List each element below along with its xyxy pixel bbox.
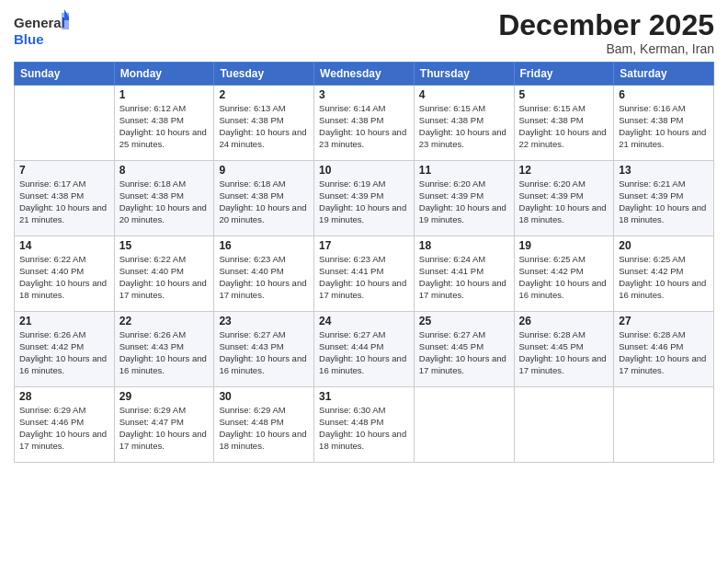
weekday-header-thursday: Thursday bbox=[414, 63, 514, 86]
day-info: Sunrise: 6:23 AM Sunset: 4:40 PM Dayligh… bbox=[219, 254, 309, 301]
calendar-cell: 29 Sunrise: 6:29 AM Sunset: 4:47 PM Dayl… bbox=[114, 387, 214, 463]
calendar-cell: 23 Sunrise: 6:27 AM Sunset: 4:43 PM Dayl… bbox=[214, 312, 314, 387]
day-number: 23 bbox=[219, 315, 309, 327]
day-number: 19 bbox=[519, 239, 609, 252]
calendar-cell: 25 Sunrise: 6:27 AM Sunset: 4:45 PM Dayl… bbox=[414, 312, 514, 387]
day-info: Sunrise: 6:27 AM Sunset: 4:44 PM Dayligh… bbox=[319, 329, 409, 376]
day-info: Sunrise: 6:29 AM Sunset: 4:46 PM Dayligh… bbox=[19, 405, 109, 452]
calendar-cell: 4 Sunrise: 6:15 AM Sunset: 4:38 PM Dayli… bbox=[414, 86, 514, 161]
weekday-header-wednesday: Wednesday bbox=[314, 63, 415, 86]
calendar-cell bbox=[15, 86, 115, 161]
day-number: 10 bbox=[319, 164, 409, 177]
calendar-cell: 3 Sunrise: 6:14 AM Sunset: 4:38 PM Dayli… bbox=[314, 86, 415, 161]
calendar-cell: 2 Sunrise: 6:13 AM Sunset: 4:38 PM Dayli… bbox=[214, 86, 314, 161]
day-number: 1 bbox=[119, 88, 210, 101]
day-info: Sunrise: 6:30 AM Sunset: 4:48 PM Dayligh… bbox=[319, 405, 409, 452]
weekday-header-saturday: Saturday bbox=[614, 63, 714, 86]
logo-svg: General Blue bbox=[14, 9, 69, 50]
day-info: Sunrise: 6:12 AM Sunset: 4:38 PM Dayligh… bbox=[119, 103, 210, 150]
day-info: Sunrise: 6:27 AM Sunset: 4:45 PM Dayligh… bbox=[419, 329, 509, 376]
calendar-cell bbox=[414, 387, 514, 463]
day-info: Sunrise: 6:14 AM Sunset: 4:38 PM Dayligh… bbox=[319, 103, 409, 150]
calendar-cell: 31 Sunrise: 6:30 AM Sunset: 4:48 PM Dayl… bbox=[314, 387, 415, 463]
calendar-cell: 22 Sunrise: 6:26 AM Sunset: 4:43 PM Dayl… bbox=[114, 312, 214, 387]
day-number: 3 bbox=[319, 88, 409, 101]
day-info: Sunrise: 6:28 AM Sunset: 4:46 PM Dayligh… bbox=[619, 329, 709, 376]
day-info: Sunrise: 6:20 AM Sunset: 4:39 PM Dayligh… bbox=[519, 178, 609, 225]
calendar-cell: 13 Sunrise: 6:21 AM Sunset: 4:39 PM Dayl… bbox=[614, 161, 714, 236]
day-info: Sunrise: 6:18 AM Sunset: 4:38 PM Dayligh… bbox=[219, 178, 309, 225]
day-info: Sunrise: 6:17 AM Sunset: 4:38 PM Dayligh… bbox=[19, 178, 109, 225]
day-info: Sunrise: 6:15 AM Sunset: 4:38 PM Dayligh… bbox=[419, 103, 509, 150]
day-info: Sunrise: 6:26 AM Sunset: 4:43 PM Dayligh… bbox=[119, 329, 210, 376]
calendar-cell: 9 Sunrise: 6:18 AM Sunset: 4:38 PM Dayli… bbox=[214, 161, 314, 236]
day-number: 28 bbox=[19, 390, 109, 403]
day-number: 27 bbox=[619, 315, 709, 327]
day-info: Sunrise: 6:13 AM Sunset: 4:38 PM Dayligh… bbox=[219, 103, 309, 150]
calendar-cell: 10 Sunrise: 6:19 AM Sunset: 4:39 PM Dayl… bbox=[314, 161, 415, 236]
day-number: 16 bbox=[219, 239, 309, 252]
calendar-cell: 19 Sunrise: 6:25 AM Sunset: 4:42 PM Dayl… bbox=[514, 236, 614, 312]
day-info: Sunrise: 6:28 AM Sunset: 4:45 PM Dayligh… bbox=[519, 329, 609, 376]
title-block: December 2025 Bam, Kerman, Iran bbox=[498, 9, 714, 56]
day-number: 8 bbox=[119, 164, 210, 177]
day-info: Sunrise: 6:25 AM Sunset: 4:42 PM Dayligh… bbox=[619, 254, 709, 301]
calendar-cell: 20 Sunrise: 6:25 AM Sunset: 4:42 PM Dayl… bbox=[614, 236, 714, 312]
day-number: 25 bbox=[419, 315, 509, 327]
calendar-cell: 24 Sunrise: 6:27 AM Sunset: 4:44 PM Dayl… bbox=[314, 312, 415, 387]
day-number: 14 bbox=[19, 239, 109, 252]
day-number: 30 bbox=[219, 390, 309, 403]
calendar-cell: 18 Sunrise: 6:24 AM Sunset: 4:41 PM Dayl… bbox=[414, 236, 514, 312]
calendar-cell: 6 Sunrise: 6:16 AM Sunset: 4:38 PM Dayli… bbox=[614, 86, 714, 161]
calendar-cell: 1 Sunrise: 6:12 AM Sunset: 4:38 PM Dayli… bbox=[114, 86, 214, 161]
calendar-cell: 5 Sunrise: 6:15 AM Sunset: 4:38 PM Dayli… bbox=[514, 86, 614, 161]
day-number: 15 bbox=[119, 239, 210, 252]
day-info: Sunrise: 6:19 AM Sunset: 4:39 PM Dayligh… bbox=[319, 178, 409, 225]
calendar-cell: 11 Sunrise: 6:20 AM Sunset: 4:39 PM Dayl… bbox=[414, 161, 514, 236]
calendar-cell: 17 Sunrise: 6:23 AM Sunset: 4:41 PM Dayl… bbox=[314, 236, 415, 312]
calendar-cell: 21 Sunrise: 6:26 AM Sunset: 4:42 PM Dayl… bbox=[15, 312, 115, 387]
svg-text:Blue: Blue bbox=[14, 31, 44, 47]
calendar-cell: 7 Sunrise: 6:17 AM Sunset: 4:38 PM Dayli… bbox=[15, 161, 115, 236]
day-number: 24 bbox=[319, 315, 409, 327]
day-info: Sunrise: 6:15 AM Sunset: 4:38 PM Dayligh… bbox=[519, 103, 609, 150]
day-number: 7 bbox=[19, 164, 109, 177]
calendar-cell bbox=[614, 387, 714, 463]
day-info: Sunrise: 6:29 AM Sunset: 4:48 PM Dayligh… bbox=[219, 405, 309, 452]
day-info: Sunrise: 6:21 AM Sunset: 4:39 PM Dayligh… bbox=[619, 178, 709, 225]
page-header: General Blue December 2025 Bam, Kerman, … bbox=[14, 9, 714, 56]
calendar-cell: 15 Sunrise: 6:22 AM Sunset: 4:40 PM Dayl… bbox=[114, 236, 214, 312]
day-info: Sunrise: 6:20 AM Sunset: 4:39 PM Dayligh… bbox=[419, 178, 509, 225]
calendar-cell: 16 Sunrise: 6:23 AM Sunset: 4:40 PM Dayl… bbox=[214, 236, 314, 312]
day-info: Sunrise: 6:29 AM Sunset: 4:47 PM Dayligh… bbox=[119, 405, 210, 452]
day-number: 26 bbox=[519, 315, 609, 327]
day-info: Sunrise: 6:24 AM Sunset: 4:41 PM Dayligh… bbox=[419, 254, 509, 301]
calendar-cell: 30 Sunrise: 6:29 AM Sunset: 4:48 PM Dayl… bbox=[214, 387, 314, 463]
calendar-cell: 14 Sunrise: 6:22 AM Sunset: 4:40 PM Dayl… bbox=[15, 236, 115, 312]
weekday-header-sunday: Sunday bbox=[15, 63, 115, 86]
day-number: 9 bbox=[219, 164, 309, 177]
weekday-header-monday: Monday bbox=[114, 63, 214, 86]
day-number: 18 bbox=[419, 239, 509, 252]
day-number: 22 bbox=[119, 315, 210, 327]
logo: General Blue bbox=[14, 9, 69, 50]
day-number: 11 bbox=[419, 164, 509, 177]
calendar-cell bbox=[514, 387, 614, 463]
day-number: 2 bbox=[219, 88, 309, 101]
month-title: December 2025 bbox=[498, 9, 714, 41]
day-number: 29 bbox=[119, 390, 210, 403]
day-info: Sunrise: 6:25 AM Sunset: 4:42 PM Dayligh… bbox=[519, 254, 609, 301]
weekday-header-friday: Friday bbox=[514, 63, 614, 86]
day-number: 5 bbox=[519, 88, 609, 101]
day-info: Sunrise: 6:18 AM Sunset: 4:38 PM Dayligh… bbox=[119, 178, 210, 225]
calendar-cell: 28 Sunrise: 6:29 AM Sunset: 4:46 PM Dayl… bbox=[15, 387, 115, 463]
day-info: Sunrise: 6:22 AM Sunset: 4:40 PM Dayligh… bbox=[119, 254, 210, 301]
day-info: Sunrise: 6:26 AM Sunset: 4:42 PM Dayligh… bbox=[19, 329, 109, 376]
day-number: 31 bbox=[319, 390, 409, 403]
svg-text:General: General bbox=[14, 15, 65, 30]
day-number: 20 bbox=[619, 239, 709, 252]
calendar-cell: 12 Sunrise: 6:20 AM Sunset: 4:39 PM Dayl… bbox=[514, 161, 614, 236]
day-number: 17 bbox=[319, 239, 409, 252]
calendar-cell: 26 Sunrise: 6:28 AM Sunset: 4:45 PM Dayl… bbox=[514, 312, 614, 387]
weekday-header-tuesday: Tuesday bbox=[214, 63, 314, 86]
